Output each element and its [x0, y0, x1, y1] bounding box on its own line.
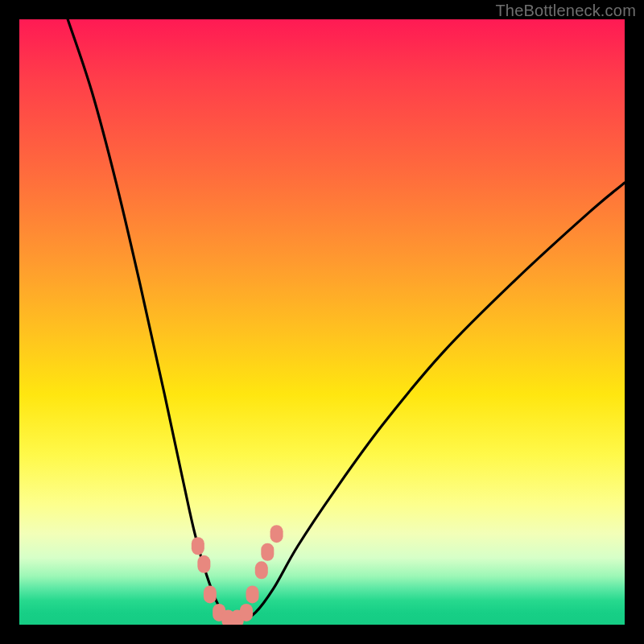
- chart-frame: TheBottleneck.com: [0, 0, 644, 644]
- marker-dot: [261, 543, 274, 561]
- marker-dot: [246, 585, 259, 603]
- bottleneck-curve-svg: [19, 19, 625, 625]
- marker-dot: [192, 537, 204, 555]
- bottleneck-curve-path: [68, 19, 625, 620]
- watermark-text: TheBottleneck.com: [495, 2, 636, 20]
- marker-dot: [270, 525, 283, 543]
- marker-dot: [197, 555, 210, 573]
- chart-plot-area: [19, 19, 625, 625]
- marker-dot: [255, 561, 268, 579]
- marker-dot: [240, 604, 253, 621]
- marker-dot: [204, 585, 217, 603]
